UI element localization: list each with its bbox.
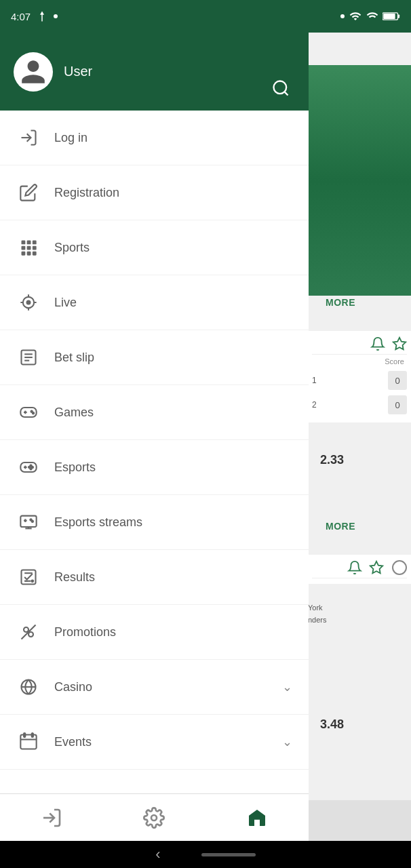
- svg-rect-53: [24, 733, 25, 737]
- promotions-icon: [16, 620, 41, 644]
- svg-rect-14: [22, 252, 26, 256]
- betslip-icon: [16, 345, 41, 370]
- svg-rect-35: [20, 516, 36, 527]
- svg-rect-15: [27, 252, 31, 256]
- events-label: Events: [54, 735, 269, 749]
- bottom-home-button[interactable]: [230, 797, 284, 838]
- menu-item-games[interactable]: Games: [0, 385, 309, 440]
- login-icon: [16, 125, 41, 150]
- svg-rect-51: [20, 735, 36, 749]
- events-chevron: ⌄: [282, 734, 292, 749]
- banner-image: [308, 65, 411, 296]
- score-icons-row: [312, 336, 407, 355]
- games-icon: [16, 400, 41, 425]
- svg-rect-11: [22, 246, 26, 250]
- odds-value-top[interactable]: 2.33: [320, 453, 344, 467]
- gear-icon: [143, 807, 165, 829]
- svg-rect-13: [33, 246, 37, 250]
- svg-rect-9: [27, 241, 31, 245]
- score-box-1: 0: [388, 371, 407, 390]
- results-icon: [16, 565, 41, 589]
- score-box-2: 0: [388, 395, 407, 414]
- svg-point-5: [274, 81, 287, 94]
- svg-rect-2: [383, 14, 395, 19]
- menu-item-casino[interactable]: Casino ⌄: [0, 660, 309, 715]
- android-nav-bar: ‹: [0, 841, 411, 868]
- bottom-login-icon: [41, 807, 62, 829]
- score-team1-num: 1: [312, 376, 317, 385]
- svg-point-47: [28, 632, 33, 637]
- svg-rect-1: [398, 14, 400, 18]
- svg-rect-12: [27, 246, 31, 250]
- svg-line-48: [22, 625, 36, 639]
- bell-icon-bottom[interactable]: [347, 560, 362, 575]
- more-button-top[interactable]: MORE: [326, 297, 355, 308]
- signal-icon: [366, 10, 378, 22]
- svg-rect-16: [33, 252, 37, 256]
- dot-right: [340, 14, 345, 18]
- star-icon-top[interactable]: [392, 336, 407, 351]
- menu-item-results[interactable]: Results: [0, 550, 309, 605]
- menu-item-betslip[interactable]: Bet slip: [0, 330, 309, 385]
- score-area-bottom: [308, 555, 411, 584]
- back-button[interactable]: ‹: [155, 846, 160, 863]
- live-icon: [16, 290, 41, 315]
- extra-icon-bottom[interactable]: [392, 560, 407, 575]
- status-bar-left: 4:07: [11, 10, 58, 22]
- team-names: York nders: [308, 602, 403, 626]
- menu-item-esports-streams[interactable]: Esports streams: [0, 495, 309, 550]
- team-name-1: York: [308, 602, 403, 614]
- casino-chevron: ⌄: [282, 679, 292, 694]
- esports-label: Esports: [54, 460, 292, 475]
- search-icon: [271, 79, 290, 98]
- svg-rect-54: [32, 733, 33, 737]
- more-button-bottom[interactable]: MORE: [326, 521, 355, 532]
- battery-icon: [383, 12, 400, 21]
- menu-item-esports[interactable]: Esports: [0, 440, 309, 495]
- casino-icon: [16, 675, 41, 699]
- sports-icon: [16, 235, 41, 260]
- esports-streams-icon: [16, 510, 41, 534]
- bottom-settings-button[interactable]: [127, 797, 181, 838]
- svg-point-44: [31, 580, 35, 583]
- betslip-label: Bet slip: [54, 351, 292, 365]
- svg-line-6: [284, 92, 288, 95]
- search-button[interactable]: [271, 79, 290, 100]
- time-display: 4:07: [11, 11, 31, 22]
- svg-rect-8: [22, 241, 26, 245]
- svg-rect-10: [33, 241, 37, 245]
- score-header: Score: [312, 355, 407, 368]
- bottom-login-button[interactable]: [24, 797, 79, 838]
- svg-point-34: [28, 467, 30, 468]
- menu-item-registration[interactable]: Registration: [0, 165, 309, 220]
- registration-icon: [16, 180, 41, 205]
- navigation-drawer: User Log in: [0, 33, 309, 841]
- registration-label: Registration: [54, 186, 292, 200]
- status-bar: 4:07: [0, 0, 411, 33]
- menu-item-promotions[interactable]: Promotions: [0, 605, 309, 660]
- location-icon: [36, 10, 48, 22]
- menu-item-sports[interactable]: Sports: [0, 220, 309, 275]
- menu-item-events[interactable]: Events ⌄: [0, 715, 309, 770]
- menu-item-live[interactable]: Live: [0, 275, 309, 330]
- svg-point-17: [26, 300, 31, 305]
- score-icons-row-bottom: [312, 560, 407, 578]
- odds-value-bottom[interactable]: 3.48: [320, 717, 344, 732]
- menu-item-login[interactable]: Log in: [0, 111, 309, 165]
- score-row-1: 1 0: [312, 368, 407, 393]
- svg-point-56: [151, 815, 157, 821]
- results-label: Results: [54, 570, 292, 585]
- games-label: Games: [54, 406, 292, 420]
- star-icon-bottom[interactable]: [369, 560, 384, 575]
- svg-point-27: [33, 412, 34, 414]
- avatar-icon: [19, 58, 47, 86]
- home-indicator[interactable]: [201, 853, 256, 856]
- sports-label: Sports: [54, 241, 292, 255]
- username-label: User: [64, 64, 92, 79]
- bell-icon-top[interactable]: [370, 336, 385, 351]
- score-area-top: Score 1 0 2 0: [308, 331, 411, 422]
- drawer-header: User: [0, 33, 309, 111]
- avatar[interactable]: [14, 52, 53, 92]
- promotions-label: Promotions: [54, 625, 292, 639]
- casino-label: Casino: [54, 680, 269, 694]
